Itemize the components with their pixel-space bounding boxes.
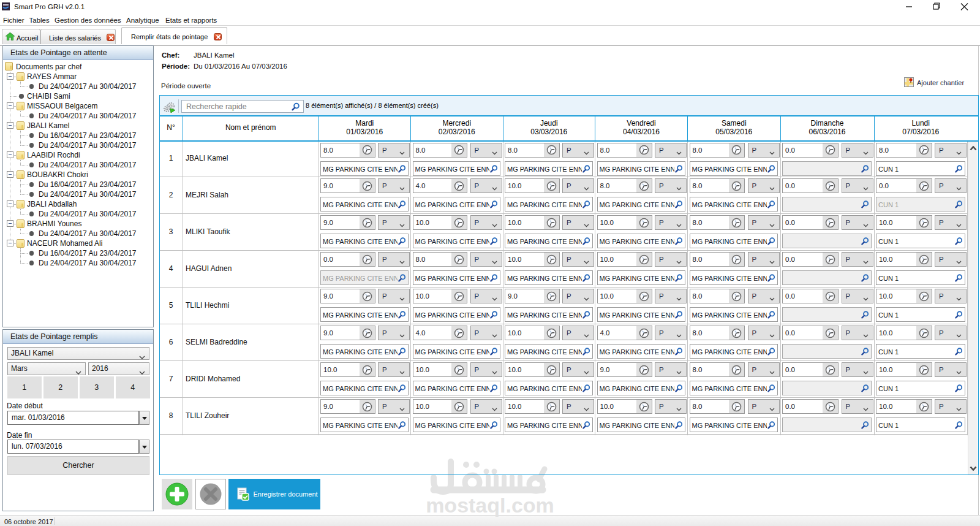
svg-text:mostaql.com: mostaql.com: [426, 494, 554, 517]
